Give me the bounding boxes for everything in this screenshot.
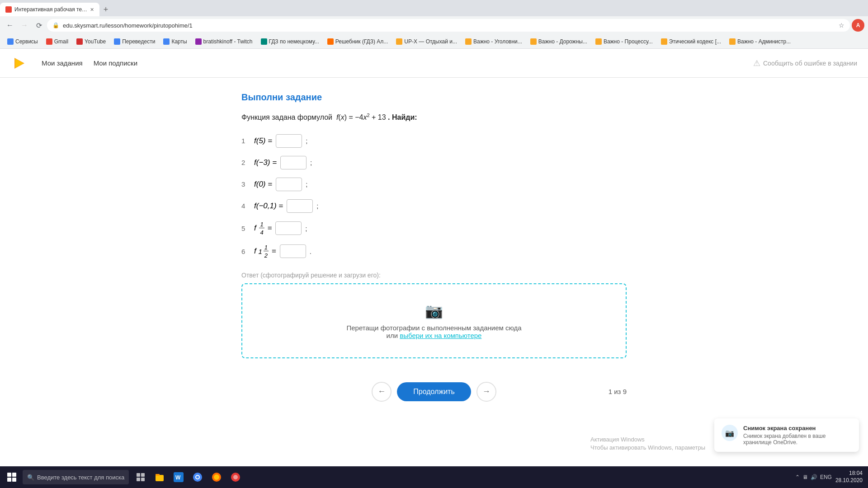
page-counter: 1 из 9 xyxy=(609,388,627,395)
bookmarks-bar: Сервисы Gmail YouTube Переведести Карты … xyxy=(0,34,868,49)
q-semi-5: ; xyxy=(305,225,307,232)
bottom-nav: ← Продолжить → 1 из 9 xyxy=(231,373,637,411)
q-input-4[interactable] xyxy=(287,199,313,213)
bookmark-admin[interactable]: Важно - Администр... xyxy=(726,37,794,47)
profile-button[interactable]: A xyxy=(852,19,864,32)
bookmark-upx[interactable]: UP-X — Отдыхай и... xyxy=(392,37,461,47)
q-num-1: 1 xyxy=(241,137,250,145)
q-expr-3: f(0) = xyxy=(254,180,272,189)
questions-list: 1 f(5) = ; 2 f(−3) = ; 3 f(0) = ; 4 f(−0… xyxy=(241,134,627,259)
q-input-3[interactable] xyxy=(276,178,302,191)
bookmark-icon xyxy=(163,38,170,45)
q-expr-6: f 1 1 2 = xyxy=(254,244,276,259)
q-expr-5: f 1 4 = xyxy=(254,221,272,236)
next-button[interactable]: → xyxy=(476,382,496,402)
bookmark-dorozh[interactable]: Важно - Дорожны... xyxy=(527,37,591,47)
bookmark-youtube[interactable]: YouTube xyxy=(73,37,109,47)
bookmark-icon xyxy=(76,38,83,45)
continue-button[interactable]: Продолжить xyxy=(397,382,471,401)
bookmark-translate[interactable]: Переведести xyxy=(110,37,159,47)
active-tab[interactable]: Интерактивная рабочая тетра... ✕ xyxy=(0,3,99,16)
q-num-6: 6 xyxy=(241,248,250,255)
bookmark-label: Важно - Процессу... xyxy=(604,38,653,45)
security-icon: 🔒 xyxy=(52,22,59,28)
bookmark-maps[interactable]: Карты xyxy=(160,37,190,47)
bookmark-label: Gmail xyxy=(54,38,68,45)
q-input-1[interactable] xyxy=(276,134,302,148)
bookmark-label: Важно - Уголовни... xyxy=(473,38,522,45)
new-tab-button[interactable]: + xyxy=(99,3,112,16)
question-6: 6 f 1 1 2 = . xyxy=(241,244,627,259)
forward-button[interactable]: → xyxy=(18,19,31,32)
bookmark-icon xyxy=(46,38,52,45)
app-header: Мои задания Мои подписки ⚠ Сообщить об о… xyxy=(0,49,868,78)
bookmark-reshebnik[interactable]: Решебник (ГДЗ) Ал... xyxy=(324,37,392,47)
reload-button[interactable]: ⟳ xyxy=(33,19,45,32)
question-1: 1 f(5) = ; xyxy=(241,134,627,148)
upload-text: Перетащи фотографии с выполненным задани… xyxy=(346,324,521,332)
report-label: Сообщить об ошибке в задании xyxy=(763,60,857,67)
question-5: 5 f 1 4 = ; xyxy=(241,221,627,236)
bookmark-twitch[interactable]: bratishkinoff - Twitch xyxy=(192,37,256,47)
q-input-2[interactable] xyxy=(280,156,307,169)
q-num-3: 3 xyxy=(241,180,250,188)
q-semi-6: . xyxy=(310,248,311,255)
nav-my-subs[interactable]: Мои подписки xyxy=(94,59,137,67)
q-semi-3: ; xyxy=(306,180,307,188)
description-prefix: Функция задана формулой xyxy=(241,113,332,121)
upload-or: или xyxy=(387,332,398,339)
logo[interactable] xyxy=(11,55,27,71)
address-text: edu.skysmart.ru/lesson/homework/pirutopo… xyxy=(63,22,835,29)
address-bar[interactable]: 🔒 edu.skysmart.ru/lesson/homework/piruto… xyxy=(47,19,850,32)
close-tab-button[interactable]: ✕ xyxy=(90,7,94,13)
bookmark-label: UP-X — Отдыхай и... xyxy=(404,38,457,45)
bookmark-icon xyxy=(327,38,334,45)
bookmark-gmail[interactable]: Gmail xyxy=(42,37,72,47)
bookmark-ugol[interactable]: Важно - Уголовни... xyxy=(462,37,526,47)
logo-icon xyxy=(11,55,27,71)
report-error-button[interactable]: ⚠ Сообщить об ошибке в задании xyxy=(753,58,857,68)
bookmark-label: Важно - Администр... xyxy=(737,38,791,45)
bookmark-icon xyxy=(195,38,202,45)
bookmark-label: Этический кодекс [... xyxy=(669,38,721,45)
upload-instruction: Перетащи фотографии с выполненным задани… xyxy=(346,324,521,339)
question-4: 4 f(−0,1) = ; xyxy=(241,199,627,213)
q-expr-1: f(5) = xyxy=(254,136,272,145)
bookmark-icon xyxy=(729,38,736,45)
tab-bar: Интерактивная рабочая тетра... ✕ + xyxy=(0,0,868,16)
q-expr-4: f(−0,1) = xyxy=(254,202,283,211)
bookmark-label: bratishkinoff - Twitch xyxy=(203,38,253,45)
bookmark-icon xyxy=(261,38,267,45)
q-semi-2: ; xyxy=(310,159,312,166)
bookmark-icon xyxy=(114,38,120,45)
q-num-2: 2 xyxy=(241,159,250,166)
task-description: Функция задана формулой f(x) = −4x2 + 13… xyxy=(241,112,627,123)
bookmark-star-icon[interactable]: ☆ xyxy=(839,22,844,29)
bookmark-label: Важно - Дорожны... xyxy=(538,38,587,45)
prev-button[interactable]: ← xyxy=(372,382,392,402)
answer-label: Ответ (сфотографируй решение и загрузи е… xyxy=(241,272,627,279)
nav-my-tasks[interactable]: Мои задания xyxy=(42,59,83,67)
q-num-5: 5 xyxy=(241,225,250,232)
warning-icon: ⚠ xyxy=(753,58,760,68)
bookmark-label: Сервисы xyxy=(15,38,38,45)
bookmark-process[interactable]: Важно - Процессу... xyxy=(592,37,656,47)
q-semi-4: ; xyxy=(316,202,318,210)
bookmark-icon xyxy=(465,38,472,45)
bookmark-label: YouTube xyxy=(85,38,106,45)
bookmark-icon xyxy=(396,38,402,45)
upload-link[interactable]: выбери их на компьютере xyxy=(400,332,481,339)
nav-links: Мои задания Мои подписки xyxy=(42,59,137,67)
upload-zone[interactable]: 📷 Перетащи фотографии с выполненным зада… xyxy=(241,283,627,358)
tab-title: Интерактивная рабочая тетра... xyxy=(14,6,87,13)
bookmark-services[interactable]: Сервисы xyxy=(4,37,42,47)
q-input-5[interactable] xyxy=(275,221,302,235)
back-button[interactable]: ← xyxy=(4,19,16,32)
bookmark-label: Переведести xyxy=(122,38,155,45)
bookmark-ethics[interactable]: Этический кодекс [... xyxy=(657,37,725,47)
bookmark-gdz[interactable]: ГДЗ по немецкому... xyxy=(257,37,323,47)
bookmark-icon xyxy=(530,38,537,45)
question-2: 2 f(−3) = ; xyxy=(241,156,627,169)
bookmark-icon xyxy=(661,38,667,45)
q-input-6[interactable] xyxy=(280,244,306,258)
